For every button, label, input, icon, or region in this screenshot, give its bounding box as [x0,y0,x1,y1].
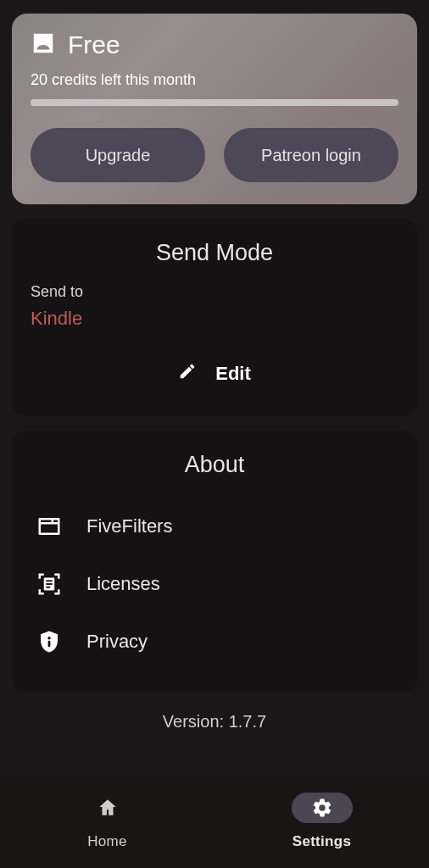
pencil-icon [178,362,197,386]
send-to-label: Send to [31,283,398,301]
gear-icon [292,793,353,823]
account-icon [31,31,56,59]
account-card: Free 20 credits left this month Upgrade … [12,14,417,204]
send-to-value: Kindle [31,308,398,330]
about-item-label: Privacy [86,631,148,653]
about-title: About [31,452,398,478]
svg-rect-5 [48,641,51,648]
patreon-login-button[interactable]: Patreon login [224,128,398,182]
about-item-licenses[interactable]: Licenses [31,558,398,610]
nav-home-label: Home [87,833,127,850]
version-text: Version: 1.7.7 [12,712,417,732]
credits-remaining: 20 credits left this month [31,71,398,89]
upgrade-button[interactable]: Upgrade [31,128,205,182]
about-item-fivefilters[interactable]: FiveFilters [31,500,398,553]
nav-home[interactable]: Home [0,775,214,868]
credits-progress-bar [31,99,398,106]
edit-send-mode-button[interactable]: Edit [31,355,398,392]
document-scan-icon [31,571,68,597]
send-mode-panel: Send Mode Send to Kindle Edit [12,220,417,416]
about-item-label: Licenses [86,573,160,595]
nav-settings[interactable]: Settings [214,775,429,868]
send-mode-title: Send Mode [31,240,398,266]
bottom-nav: Home Settings [0,775,429,868]
home-icon [77,793,138,823]
plan-name: Free [68,31,120,59]
svg-point-4 [47,637,51,640]
about-item-label: FiveFilters [86,515,172,537]
nav-settings-label: Settings [292,833,351,850]
web-icon [31,514,68,539]
about-item-privacy[interactable]: Privacy [31,615,398,668]
about-panel: About FiveFilters Licenses Privacy [12,431,417,692]
shield-info-icon [31,629,68,654]
edit-label: Edit [215,363,251,385]
